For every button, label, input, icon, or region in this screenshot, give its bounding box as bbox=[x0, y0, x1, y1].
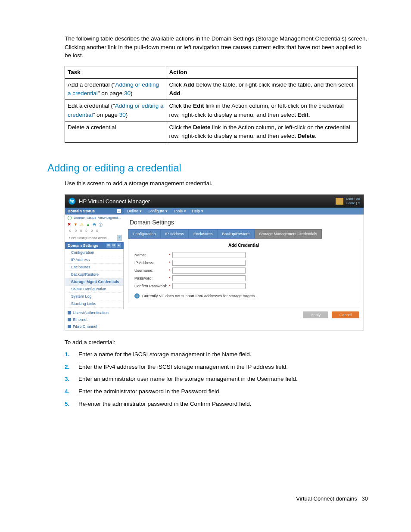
label: Users/Authentication bbox=[73, 311, 109, 315]
home-line: Home | S bbox=[346, 201, 360, 205]
search-help-icon[interactable]: ? bbox=[117, 235, 122, 241]
required-icon: * bbox=[169, 268, 171, 273]
required-icon: * bbox=[169, 284, 171, 288]
page-link[interactable]: 30 bbox=[119, 112, 126, 118]
sidebar-item-stacking-links[interactable]: Stacking Links bbox=[65, 300, 123, 308]
bold: Add bbox=[183, 81, 194, 88]
sidebar-item-storage-mgmt-credentials[interactable]: Storage Mgmt Credentials bbox=[65, 278, 123, 286]
bold: Edit bbox=[297, 112, 308, 118]
tab-configuration[interactable]: Configuration bbox=[128, 229, 161, 239]
menu-help[interactable]: Help ▾ bbox=[192, 209, 203, 213]
sidebar-item-ip-address[interactable]: IP Address bbox=[65, 256, 123, 264]
confirm-password-label: Confirm Password: bbox=[134, 284, 169, 288]
unknown-icon: ◓ bbox=[93, 222, 96, 228]
menu-tools[interactable]: Tools ▾ bbox=[174, 209, 186, 213]
count: 0 bbox=[69, 229, 71, 233]
count: 0 bbox=[75, 229, 76, 233]
task-cell: Edit a credential ("Adding or editing a … bbox=[65, 100, 166, 121]
sidebar-domain-status-header[interactable]: Domain Status − bbox=[65, 208, 124, 215]
sidebar-item-system-log[interactable]: System Log bbox=[65, 293, 123, 300]
confirm-password-field[interactable] bbox=[172, 283, 246, 289]
add-credential-panel: Add Credential Name:* IP Address:* Usern… bbox=[128, 239, 359, 303]
menu-define[interactable]: Define ▾ bbox=[127, 209, 142, 213]
expand-square-icon bbox=[68, 325, 71, 328]
status-counts: 0 0 0 0 0 0 bbox=[65, 229, 124, 234]
window-titlebar: hp HP Virtual Connect Manager User : Ad … bbox=[65, 195, 364, 207]
table-row: Add a credential ("Adding or editing a c… bbox=[65, 78, 358, 100]
th-task: Task bbox=[65, 66, 166, 78]
name-field[interactable] bbox=[172, 252, 246, 258]
apply-button[interactable]: Apply bbox=[303, 311, 328, 318]
sidebar-item-users-authentication[interactable]: Users/Authentication bbox=[65, 309, 124, 316]
username-field[interactable] bbox=[172, 268, 246, 274]
count: 0 bbox=[91, 229, 93, 233]
domain-status-link[interactable]: Domain Status bbox=[74, 216, 96, 220]
home-icon[interactable] bbox=[336, 198, 343, 205]
expand-icon[interactable]: ⊞ bbox=[106, 243, 111, 248]
up-icon[interactable]: ▴ bbox=[117, 243, 121, 248]
bold: Delete bbox=[193, 124, 211, 131]
user-line: User : Ad bbox=[346, 197, 360, 201]
task-cell: Add a credential ("Adding or editing a c… bbox=[65, 78, 166, 100]
section-heading: Adding or editing a credential bbox=[47, 162, 368, 174]
count: 0 bbox=[96, 229, 98, 233]
sidebar-domain-settings-header[interactable]: Domain Settings ⊞ ⊟ ▴ bbox=[65, 242, 124, 249]
expand-square-icon bbox=[68, 318, 71, 321]
password-label: Password: bbox=[134, 276, 169, 280]
page-link[interactable]: 30 bbox=[124, 90, 131, 96]
text: Edit a credential (" bbox=[68, 103, 115, 109]
page-footer: Virtual Connect domains 30 bbox=[296, 495, 368, 502]
header-label: Domain Status bbox=[68, 209, 95, 213]
sidebar: Domain Status − Domain Status View Legen… bbox=[65, 208, 124, 330]
window-title: HP Virtual Connect Manager bbox=[79, 198, 150, 205]
tab-ip-address[interactable]: IP Address bbox=[161, 229, 189, 239]
main-content: Define ▾ Configure ▾ Tools ▾ Help ▾ Doma… bbox=[124, 208, 364, 330]
action-cell: Click the Delete link in the Action colu… bbox=[166, 121, 358, 143]
footer-text: Virtual Connect domains bbox=[296, 495, 357, 502]
add-credential-intro: To add a credential: bbox=[65, 339, 368, 345]
tab-enclosures[interactable]: Enclosures bbox=[189, 229, 218, 239]
password-field[interactable] bbox=[172, 275, 246, 281]
name-label: Name: bbox=[134, 253, 169, 257]
collapse-icon[interactable]: ⊟ bbox=[112, 243, 116, 248]
text: Click the bbox=[169, 103, 193, 109]
th-action: Action bbox=[166, 66, 358, 78]
sidebar-item-enclosures[interactable]: Enclosures bbox=[65, 264, 123, 271]
expand-square-icon bbox=[68, 311, 71, 314]
menubar: Define ▾ Configure ▾ Tools ▾ Help ▾ bbox=[124, 208, 364, 215]
hp-logo-icon: hp bbox=[68, 198, 75, 205]
tab-storage-management-credentials[interactable]: Storage Management Credentials bbox=[255, 229, 322, 239]
tab-backup-restore[interactable]: Backup/Restore bbox=[217, 229, 254, 239]
text: . bbox=[315, 133, 317, 139]
action-cell: Click the Edit link in the Action column… bbox=[166, 100, 358, 121]
text: " on page bbox=[98, 90, 124, 96]
sidebar-item-configuration[interactable]: Configuration bbox=[65, 249, 123, 256]
text: Click the bbox=[169, 124, 193, 131]
info-text: Currently VC does not support IPv6 addre… bbox=[142, 294, 256, 298]
label: Fibre Channel bbox=[73, 324, 97, 329]
refresh-icon[interactable] bbox=[68, 216, 72, 220]
table-row: Edit a credential ("Adding or editing a … bbox=[65, 100, 358, 121]
menu-configure[interactable]: Configure ▾ bbox=[148, 209, 168, 213]
step-item: Enter the administrator password in the … bbox=[65, 388, 368, 396]
task-action-table: Task Action Add a credential ("Adding or… bbox=[65, 66, 358, 143]
ip-label: IP Address: bbox=[134, 261, 169, 265]
step-item: Enter a name for the iSCSI storage manag… bbox=[65, 351, 368, 359]
heading-description: Use this screen to add a storage managem… bbox=[65, 180, 368, 187]
text: " on page bbox=[93, 112, 119, 118]
collapse-icon[interactable]: − bbox=[117, 209, 121, 213]
sidebar-item-backup-restore[interactable]: Backup/Restore bbox=[65, 271, 123, 278]
text: Click bbox=[169, 81, 183, 88]
search-input[interactable] bbox=[67, 235, 117, 241]
sidebar-item-snmp-configuration[interactable]: SNMP Configuration bbox=[65, 286, 123, 293]
required-icon: * bbox=[169, 253, 171, 257]
page-title: Domain Settings bbox=[124, 215, 364, 229]
ip-field[interactable] bbox=[172, 260, 246, 266]
footer-page-number: 30 bbox=[362, 495, 368, 502]
view-legend-link[interactable]: View Legend... bbox=[98, 216, 121, 220]
panel-title: Add Credential bbox=[134, 243, 353, 248]
status-icons-row: ✖ ▼ ⚠ ▲ ◓ ⓘ bbox=[65, 221, 124, 229]
sidebar-item-fibre-channel[interactable]: Fibre Channel bbox=[65, 323, 124, 330]
cancel-button[interactable]: Cancel bbox=[332, 311, 359, 318]
sidebar-item-ethernet[interactable]: Ethernet bbox=[65, 316, 124, 323]
